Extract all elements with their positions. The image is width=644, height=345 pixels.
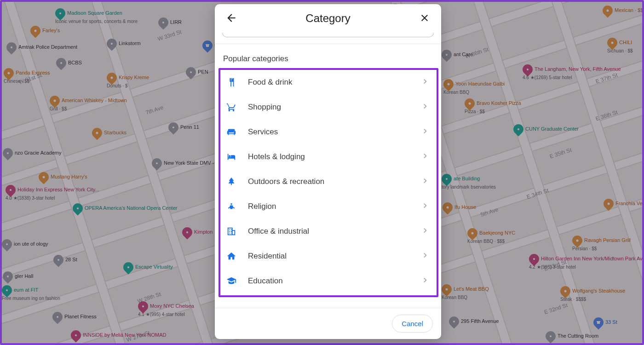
map-poi[interactable]: The Langham, New York, Fifth Avenue4.6 ★… — [523, 64, 621, 80]
poi-title: ant Care — [454, 52, 473, 57]
map-poi[interactable]: Farley's — [30, 26, 60, 36]
poi-title: Mustang Harry's — [51, 174, 87, 179]
map-pin-icon — [180, 225, 194, 239]
poi-title: Linkstorm — [119, 40, 141, 46]
dialog-title: Category — [241, 12, 415, 25]
popular-categories-label: Popular categories — [215, 44, 441, 65]
street-label: W 36th St — [464, 46, 489, 60]
map-poi[interactable]: Ravagh Persian GrillPersian · $$ — [572, 236, 631, 251]
category-row-religion[interactable]: Religion — [220, 194, 437, 219]
map-poi[interactable]: OPERA America's National Opera Center — [73, 203, 177, 213]
poi-title: Mexican · $$ — [615, 7, 643, 13]
category-row-hotels[interactable]: Hotels & lodging — [220, 144, 437, 169]
cart-icon — [225, 102, 238, 112]
map-poi[interactable]: Moxy NYC Chelsea4.1 ★(995) 4-star hotel — [138, 301, 194, 317]
map-pin-icon — [51, 253, 65, 267]
map-poi[interactable]: Mustang Harry's — [39, 172, 87, 182]
category-row-services[interactable]: Services — [220, 120, 437, 144]
street-label: W 27th St — [126, 329, 150, 343]
map-poi[interactable]: ate Buildingtory landmark bservatories — [442, 174, 496, 190]
poi-subtitle: Grill · $$ — [50, 106, 67, 111]
poi-subtitle: tory landmark bservatories — [442, 184, 496, 190]
poi-title: Wolfgang's Steakhouse — [572, 288, 625, 293]
map-pin-icon — [0, 146, 15, 160]
category-row-shopping[interactable]: Shopping — [220, 95, 437, 120]
map-poi[interactable]: Penn 11 — [168, 122, 199, 132]
map-poi[interactable]: nzo Gracie Academy — [3, 148, 62, 158]
map-pin-icon — [543, 329, 558, 343]
poi-title: Madison Square Garden — [67, 10, 122, 16]
map-poi[interactable]: Kimpton — [182, 227, 213, 237]
close-button[interactable] — [415, 9, 434, 28]
poi-subtitle: Pizza · $$ — [465, 109, 485, 114]
map-poi[interactable]: Let's Meat BBQKorean BBQ — [442, 284, 489, 300]
map-poi[interactable]: Escape Virtuality — [123, 262, 173, 272]
map-poi[interactable]: 295 Fifth Avenue — [449, 316, 499, 327]
map-poi[interactable]: Amtrak Police Department — [6, 42, 77, 52]
category-row-food[interactable]: Food & drink — [220, 70, 437, 95]
utensils-icon — [225, 77, 238, 87]
category-row-office[interactable]: Office & industrial — [220, 219, 437, 244]
map-poi[interactable]: Bravo Kosher PizzaPizza · $$ — [465, 98, 521, 114]
map-poi[interactable]: The Cutting Room — [546, 331, 598, 341]
chevron-right-icon — [421, 226, 430, 237]
poi-title: Farley's — [42, 28, 60, 33]
map-pin-icon — [465, 226, 479, 240]
map-poi[interactable]: Wolfgang's SteakhouseSteak · $$$$ — [560, 286, 625, 302]
poi-title: CUNY Graduate Center — [525, 126, 579, 132]
map-poi[interactable]: Madison Square GardenIconic venue for sp… — [55, 8, 138, 24]
map-poi[interactable]: gler Hall — [3, 271, 33, 282]
map-poi[interactable]: PEN — [186, 67, 208, 77]
map-poi[interactable]: BCBS — [56, 58, 82, 68]
map-poi[interactable]: ant Care — [442, 50, 473, 60]
map-poi[interactable]: Planet Fitness — [52, 312, 97, 322]
chevron-right-icon — [421, 176, 430, 187]
map-poi[interactable]: Franchia Vega — [604, 199, 644, 209]
poi-title: Franchia Vega — [615, 201, 644, 206]
map-poi[interactable]: Yoon Haeundae GalbiKorean BBQ — [443, 79, 505, 95]
back-button[interactable] — [222, 9, 241, 28]
category-row-education[interactable]: Education — [220, 269, 437, 293]
map-poi[interactable]: Holiday Inn Express New York City...4.0 … — [6, 185, 99, 201]
map-poi[interactable]: Mexican · $$ — [603, 6, 643, 16]
map-pin-icon — [28, 23, 42, 38]
map-pin-icon — [0, 283, 14, 297]
poi-subtitle: Korean BBQ — [442, 295, 467, 300]
poi-title: Moxy NYC Chelsea — [150, 303, 194, 309]
category-row-residential[interactable]: Residential — [220, 244, 437, 269]
map-poi[interactable]: eum at FITFree museum ing on fashion — [2, 285, 60, 301]
poi-title: BCBS — [68, 60, 82, 65]
map-poi[interactable]: LIRR — [158, 17, 182, 28]
map-poi[interactable]: American Whiskey - MidtownGrill · $$ — [50, 96, 127, 111]
map-poi[interactable]: ion ute of ology — [2, 239, 48, 249]
category-scroll-area[interactable]: Popular categories Food & drinkShoppingS… — [215, 44, 441, 308]
poi-title: The Langham, New York, Fifth Avenue — [535, 66, 621, 72]
poi-title: The Cutting Room — [558, 333, 598, 339]
map-poi[interactable]: Hilton Garden Inn New York/Midtown Park … — [529, 254, 644, 270]
map-pin-icon — [70, 201, 85, 215]
map-poi[interactable]: CUNY Graduate Center — [513, 124, 579, 134]
chevron-right-icon — [421, 126, 430, 138]
poi-subtitle: 4.6 ★(1269) 5-star hotel — [523, 75, 572, 80]
map-poi[interactable]: Krispy KremeDonuts · $ — [107, 73, 149, 88]
map-poi[interactable]: CHILISichuan · $$ — [607, 38, 633, 53]
category-row-outdoors[interactable]: Outdoors & recreation — [220, 169, 437, 194]
map-poi[interactable]: 28 St — [53, 255, 77, 265]
map-pin-icon — [0, 237, 14, 251]
poi-title: ate Building — [454, 176, 480, 181]
search-input[interactable] — [222, 33, 434, 37]
map-pin-icon — [150, 156, 164, 170]
map-poi[interactable]: Panda ExpressChinese · $$ — [4, 68, 50, 84]
map-pin-icon — [136, 299, 150, 313]
poi-title: Yoon Haeundae Galbi — [455, 81, 505, 86]
category-label: Education — [248, 276, 421, 286]
map-poi[interactable]: Linkstorm — [107, 39, 141, 49]
cancel-button[interactable]: Cancel — [392, 315, 433, 333]
map-poi[interactable]: INNSiDE by Meliá New York NOMAD — [71, 330, 167, 340]
map-pin-icon — [184, 65, 198, 79]
map-poi[interactable]: Starbucks — [92, 128, 126, 138]
map-poi[interactable]: 33 St — [593, 317, 617, 328]
map-poi[interactable]: Baekjeong NYCKorean BBQ · $$$ — [467, 228, 515, 244]
poi-subtitle: Persian · $$ — [572, 246, 597, 251]
map-poi[interactable]: Ifu House — [443, 202, 476, 213]
